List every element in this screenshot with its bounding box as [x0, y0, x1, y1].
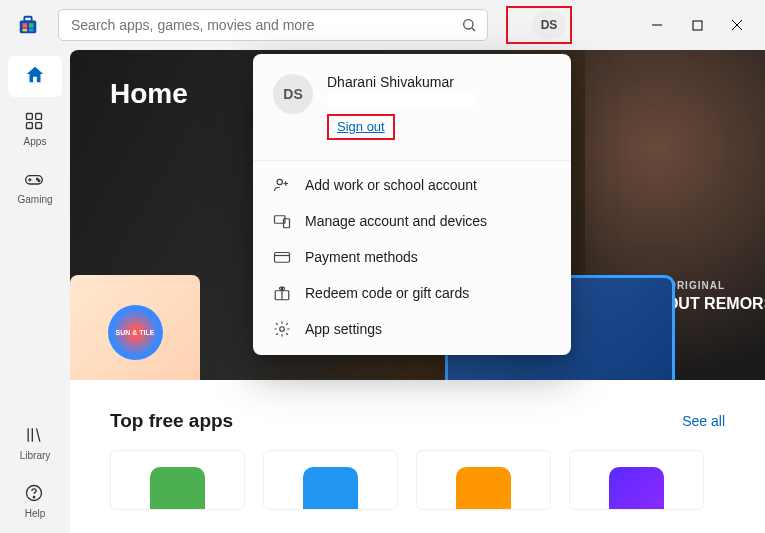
- app-tile[interactable]: [110, 450, 245, 510]
- payment-icon: [273, 248, 291, 266]
- svg-rect-15: [36, 123, 42, 129]
- menu-item-add-account[interactable]: Add work or school account: [253, 167, 571, 203]
- svg-rect-13: [36, 114, 42, 120]
- sidebar-item-home[interactable]: [8, 56, 62, 97]
- devices-icon: [273, 212, 291, 230]
- svg-rect-3: [29, 23, 34, 28]
- menu-item-manage-account[interactable]: Manage account and devices: [253, 203, 571, 239]
- account-user-block: DS Dharani Shivakumar Sign out: [253, 68, 571, 154]
- home-icon: [24, 64, 46, 86]
- svg-rect-5: [29, 29, 34, 32]
- highlight-avatar: DS: [506, 6, 572, 44]
- nav-sidebar: Apps Gaming Library Help: [0, 50, 70, 533]
- menu-item-label: Manage account and devices: [305, 213, 487, 229]
- menu-separator: [253, 160, 571, 161]
- sidebar-item-library[interactable]: Library: [8, 417, 62, 469]
- account-name: Dharani Shivakumar: [327, 74, 477, 90]
- svg-rect-14: [27, 123, 33, 129]
- app-tiles: [110, 450, 725, 510]
- search-icon[interactable]: [461, 17, 477, 33]
- menu-item-label: Payment methods: [305, 249, 418, 265]
- menu-item-settings[interactable]: App settings: [253, 311, 571, 347]
- add-account-icon: [273, 176, 291, 194]
- sidebar-item-label: Apps: [24, 136, 47, 147]
- sidebar-item-help[interactable]: Help: [8, 475, 62, 527]
- account-email-redacted: [327, 94, 477, 106]
- sidebar-item-label: Help: [25, 508, 46, 519]
- window-controls: [637, 9, 757, 41]
- menu-item-label: Add work or school account: [305, 177, 477, 193]
- minimize-button[interactable]: [637, 9, 677, 41]
- avatar: DS: [273, 74, 313, 114]
- svg-rect-12: [27, 114, 33, 120]
- svg-rect-1: [24, 17, 31, 22]
- close-button[interactable]: [717, 9, 757, 41]
- search-box[interactable]: [58, 9, 488, 41]
- search-input[interactable]: [69, 16, 461, 34]
- svg-point-26: [277, 179, 282, 184]
- sign-out-link[interactable]: Sign out: [337, 119, 385, 134]
- menu-item-label: App settings: [305, 321, 382, 337]
- library-icon: [24, 425, 46, 447]
- account-button[interactable]: DS: [532, 11, 566, 39]
- sidebar-item-label: Gaming: [17, 194, 52, 205]
- gift-icon: [273, 284, 291, 302]
- sidebar-item-label: Library: [20, 450, 51, 461]
- svg-point-35: [280, 327, 285, 332]
- menu-item-label: Redeem code or gift cards: [305, 285, 469, 301]
- menu-item-redeem[interactable]: Redeem code or gift cards: [253, 275, 571, 311]
- section-title: Top free apps: [110, 410, 233, 432]
- store-app-icon: [16, 13, 40, 37]
- svg-rect-0: [20, 20, 37, 33]
- help-icon: [24, 483, 46, 505]
- svg-rect-9: [693, 21, 702, 30]
- page-title: Home: [110, 78, 188, 110]
- svg-point-19: [37, 178, 39, 180]
- see-all-link[interactable]: See all: [682, 413, 725, 429]
- section-top-free-apps: Top free apps See all: [70, 380, 765, 510]
- svg-line-23: [37, 428, 40, 441]
- svg-line-7: [472, 28, 475, 31]
- app-tile[interactable]: [263, 450, 398, 510]
- apps-icon: [24, 111, 46, 133]
- highlight-signout: Sign out: [327, 114, 395, 140]
- svg-rect-31: [275, 253, 290, 263]
- sidebar-item-apps[interactable]: Apps: [8, 103, 62, 155]
- title-bar: DS: [0, 0, 765, 50]
- svg-point-20: [38, 180, 40, 182]
- hero-card-thumbnail[interactable]: SUN & TILE: [70, 275, 200, 380]
- svg-point-25: [33, 497, 34, 498]
- maximize-button[interactable]: [677, 9, 717, 41]
- gaming-icon: [24, 169, 46, 191]
- thumbnail-label: SUN & TILE: [108, 305, 163, 360]
- gear-icon: [273, 320, 291, 338]
- svg-rect-2: [23, 23, 28, 28]
- app-tile[interactable]: [569, 450, 704, 510]
- account-menu: DS Dharani Shivakumar Sign out Add work …: [253, 54, 571, 355]
- menu-item-payment[interactable]: Payment methods: [253, 239, 571, 275]
- svg-rect-4: [23, 29, 28, 32]
- svg-point-6: [464, 20, 473, 29]
- sidebar-item-gaming[interactable]: Gaming: [8, 161, 62, 213]
- app-tile[interactable]: [416, 450, 551, 510]
